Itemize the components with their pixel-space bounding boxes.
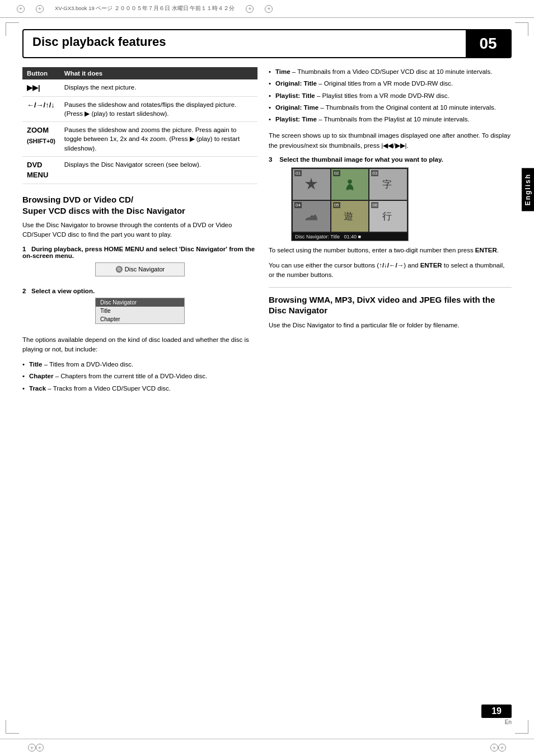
- thumbnail-grid: 01 02 03 字 04: [292, 168, 408, 233]
- cursor-text: You can use either the cursor buttons (↑…: [269, 261, 512, 280]
- button-label: ▶▶|: [22, 79, 60, 97]
- button-label: ZOOM(SHIFT+0): [22, 122, 60, 156]
- feature-table: Button What it does ▶▶| Displays the nex…: [22, 67, 257, 184]
- page-header: Disc playback features 05: [22, 29, 512, 58]
- thumb-cell-4[interactable]: 04: [293, 201, 330, 232]
- thumb-cell-6[interactable]: 06 行: [369, 201, 407, 232]
- reg-mark-left: [17, 5, 25, 13]
- table-header-button: Button: [22, 67, 60, 79]
- thumb-cell-2[interactable]: 02: [331, 169, 369, 200]
- table-row: ←/→/↑/↓ Pauses the slideshow and rotates…: [22, 97, 257, 122]
- step3-number: 3: [269, 156, 278, 163]
- step1-number: 1: [22, 246, 30, 252]
- list-item: Time – Thumbnails from a Video CD/Super …: [269, 67, 512, 77]
- left-column: Button What it does ▶▶| Displays the nex…: [22, 67, 257, 399]
- print-bar-text: XV-GX3.book 19 ページ ２０００５年７月６日 水曜日 午前１１時４…: [55, 5, 235, 12]
- thumb-num-6: 06: [371, 202, 378, 208]
- section-divider: [269, 287, 512, 288]
- section1-intro: Use the Disc Navigator to browse through…: [22, 220, 257, 240]
- thumb-grid-label: Disc Navigator: Title 01:40 ■: [292, 233, 408, 241]
- disc-navigator-box: 🔘 Disc Navigator: [95, 262, 185, 276]
- button-label: DVDMENU: [22, 156, 60, 184]
- reg-mark-bottom-left: [28, 744, 36, 752]
- svg-marker-0: [305, 178, 318, 190]
- thumb-cell-5[interactable]: 05 遊: [331, 201, 369, 232]
- thumb-cell-1[interactable]: 01: [293, 169, 330, 200]
- page-title: Disc playback features: [32, 35, 166, 49]
- section2-text: Use the Disc Navigator to find a particu…: [269, 321, 512, 330]
- screen-info-text: The screen shows up to six thumbnail ima…: [269, 131, 512, 151]
- print-bar: XV-GX3.book 19 ページ ２０００５年７月６日 水曜日 午前１１時４…: [0, 0, 534, 18]
- list-item: Title – Titles from a DVD-Video disc.: [22, 360, 257, 369]
- reg-mark-bottom-left2: [36, 744, 44, 752]
- nav-menu-item-title: Title: [96, 307, 184, 315]
- list-item: Track – Tracks from a Video CD/Super VCD…: [22, 384, 257, 393]
- list-item: Playlist: Time – Thumbnails from the Pla…: [269, 115, 512, 124]
- thumb-cell-3[interactable]: 03 字: [369, 169, 407, 200]
- thumb-num-5: 05: [333, 202, 340, 208]
- bullet-list-right: Time – Thumbnails from a Video CD/Super …: [269, 67, 512, 124]
- step2-text: Select a view option.: [31, 288, 95, 294]
- step3-text: Select the thumbnail image for what you …: [279, 156, 443, 163]
- button-description: Pauses the slideshow and rotates/flips t…: [60, 97, 257, 122]
- table-row: ZOOM(SHIFT+0) Pauses the slideshow and z…: [22, 122, 257, 156]
- nav-menu-item-chapter: Chapter: [96, 315, 184, 323]
- list-item: Original: Title – Original titles from a…: [269, 79, 512, 88]
- corner-bl: [6, 720, 19, 734]
- reg-mark-bottom-right: [498, 744, 506, 752]
- step3-label: 3 Select the thumbnail image for what yo…: [269, 156, 512, 163]
- section1-heading: Browsing DVD or Video CD/Super VCD discs…: [22, 194, 257, 216]
- nav-icon: 🔘: [115, 266, 125, 273]
- options-text: The options available depend on the kind…: [22, 335, 257, 355]
- step1-text: During playback, press HOME MENU and sel…: [22, 246, 255, 259]
- thumb-num-3: 03: [371, 170, 378, 176]
- reg-mark-right2: [265, 5, 273, 13]
- nav-menu-box: Disc Navigator Title Chapter: [95, 298, 185, 324]
- right-column: Time – Thumbnails from a Video CD/Super …: [269, 67, 512, 399]
- section2-heading: Browsing WMA, MP3, DivX video and JPEG f…: [269, 294, 512, 316]
- svg-point-1: [348, 180, 352, 184]
- thumb-num-4: 04: [294, 202, 302, 208]
- reg-mark-bottom-right2: [490, 744, 498, 752]
- button-label: ←/→/↑/↓: [22, 97, 60, 122]
- main-content: Button What it does ▶▶| Displays the nex…: [22, 67, 512, 399]
- list-item: Playlist: Title – Playlist titles from a…: [269, 91, 512, 101]
- page-number-box: 19: [481, 705, 512, 718]
- button-description: Displays the Disc Navigator screen (see …: [60, 156, 257, 184]
- page-number-area: 19 En: [481, 705, 512, 725]
- svg-text:遊: 遊: [344, 211, 353, 221]
- page-en-label: En: [505, 719, 512, 725]
- table-row: DVDMENU Displays the Disc Navigator scre…: [22, 156, 257, 184]
- list-item: Original: Time – Thumbnails from the Ori…: [269, 103, 512, 112]
- button-description: Pauses the slideshow and zooms the pictu…: [60, 122, 257, 156]
- language-tab: English: [522, 168, 534, 211]
- svg-text:行: 行: [382, 211, 391, 221]
- reg-mark-left2: [36, 5, 44, 13]
- thumb-num-1: 01: [294, 170, 302, 176]
- corner-br: [515, 720, 528, 734]
- table-header-action: What it does: [60, 67, 257, 79]
- reg-mark-right: [246, 5, 254, 13]
- nav-box-label: Disc Navigator: [125, 266, 165, 273]
- header-title-area: Disc playback features: [24, 30, 466, 57]
- bottom-print-bar: [0, 739, 534, 756]
- page: XV-GX3.book 19 ページ ２０００５年７月６日 水曜日 午前１１時４…: [0, 0, 534, 756]
- corner-tl: [6, 22, 19, 36]
- svg-text:字: 字: [382, 179, 391, 189]
- step2-number: 2: [22, 288, 30, 294]
- button-description: Displays the next picture.: [60, 79, 257, 97]
- enter-text: To select using the number buttons, ente…: [269, 246, 512, 255]
- bullet-list-left: Title – Titles from a DVD-Video disc. Ch…: [22, 360, 257, 393]
- step1-label: 1 During playback, press HOME MENU and s…: [22, 246, 257, 259]
- nav-menu-header: Disc Navigator: [96, 298, 184, 307]
- step2-label: 2 Select a view option.: [22, 288, 257, 294]
- list-item: Chapter – Chapters from the current titl…: [22, 372, 257, 381]
- chapter-number-box: 05: [466, 30, 510, 57]
- table-row: ▶▶| Displays the next picture.: [22, 79, 257, 97]
- thumb-num-2: 02: [333, 170, 340, 176]
- corner-tr: [515, 22, 528, 36]
